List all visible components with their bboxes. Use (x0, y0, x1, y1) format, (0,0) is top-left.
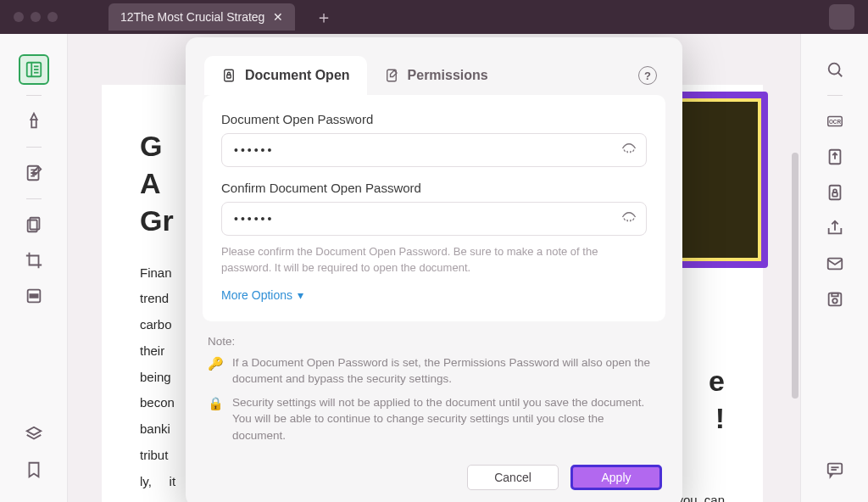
svg-rect-11 (225, 70, 234, 81)
protect-button[interactable] (820, 177, 850, 208)
svg-text:OCR: OCR (828, 119, 841, 125)
vertical-scrollbar[interactable] (792, 153, 798, 399)
window-traffic-lights (14, 12, 58, 22)
svg-rect-9 (30, 294, 37, 298)
convert-icon (826, 148, 844, 166)
notes-title: Note: (208, 335, 660, 348)
crop-icon (25, 251, 43, 270)
svg-rect-12 (227, 75, 231, 78)
window-titlebar: 12The Most Crucial Strateg ✕ ＋ (0, 0, 868, 34)
tab-document-open[interactable]: Document Open (204, 56, 367, 95)
document-tab[interactable]: 12The Most Crucial Strateg ✕ (108, 3, 295, 31)
more-options-label: More Options (221, 288, 292, 302)
email-button[interactable] (820, 248, 850, 279)
confirm-password-label: Confirm Document Open Password (221, 181, 647, 195)
lock-icon: 🔒 (208, 394, 224, 444)
separator (827, 95, 843, 96)
search-button[interactable] (820, 54, 850, 85)
lock-doc-icon (221, 68, 236, 83)
svg-rect-24 (832, 293, 837, 297)
pages-icon (25, 215, 43, 234)
notes-section: Note: 🔑 If a Document Open Password is s… (198, 321, 670, 444)
svg-rect-25 (827, 464, 842, 474)
traffic-minimize[interactable] (31, 12, 41, 22)
profile-avatar[interactable] (829, 4, 854, 30)
right-toolbar: OCR (800, 34, 868, 502)
pages-tool[interactable] (19, 209, 49, 240)
toggle-visibility-icon[interactable] (621, 209, 637, 228)
more-options-toggle[interactable]: More Options ▾ (221, 288, 303, 302)
chevron-down-icon: ▾ (298, 288, 303, 302)
ocr-button[interactable]: OCR (820, 106, 850, 137)
bookmark-icon (25, 460, 43, 479)
traffic-zoom[interactable] (47, 12, 58, 22)
toggle-visibility-icon[interactable] (621, 141, 637, 159)
thumbnails-panel-button[interactable] (19, 54, 49, 85)
redact-tool[interactable] (19, 281, 49, 311)
share-icon (826, 219, 844, 237)
annotate-tool[interactable] (19, 158, 49, 188)
comment-icon (826, 460, 844, 479)
separator (26, 198, 42, 199)
left-toolbar (0, 34, 68, 502)
note-icon (25, 164, 43, 182)
svg-point-14 (828, 64, 839, 75)
tab-permissions[interactable]: Permissions (367, 56, 505, 95)
note-2-text: Security settings will not be applied to… (232, 394, 660, 444)
svg-point-23 (832, 298, 837, 304)
key-icon: 🔑 (208, 354, 224, 388)
security-dialog: Document Open Permissions ? Document Ope… (186, 37, 682, 502)
note-1-text: If a Document Open Password is set, the … (232, 354, 660, 388)
confirm-hint: Please confirm the Document Open Passwor… (221, 244, 647, 276)
panel-icon (25, 60, 43, 79)
svg-rect-20 (832, 192, 837, 197)
redact-icon (25, 287, 43, 305)
password-panel: Document Open Password Confirm Document … (203, 95, 665, 321)
svg-line-15 (837, 73, 842, 77)
save-icon (826, 290, 844, 309)
bookmark-button[interactable] (19, 455, 49, 485)
search-icon (826, 60, 844, 79)
ocr-icon: OCR (826, 112, 844, 131)
highlighter-icon (25, 112, 43, 131)
confirm-password-input[interactable] (221, 202, 647, 236)
help-button[interactable]: ? (638, 66, 657, 85)
share-button[interactable] (820, 213, 850, 243)
document-viewport[interactable]: G A Gr Finan trend carbo their being bec… (68, 34, 800, 502)
mail-icon (826, 254, 844, 273)
open-password-input[interactable] (221, 133, 647, 167)
app-body: G A Gr Finan trend carbo their being bec… (0, 34, 868, 502)
permissions-icon (384, 68, 399, 83)
apply-button[interactable]: Apply (570, 465, 662, 490)
layers-icon (25, 425, 43, 443)
new-tab-button[interactable]: ＋ (315, 6, 332, 29)
cancel-button[interactable]: Cancel (467, 465, 559, 490)
open-password-label: Document Open Password (221, 112, 647, 126)
svg-marker-10 (26, 427, 41, 435)
crop-tool[interactable] (19, 245, 49, 276)
tab-permissions-label: Permissions (408, 68, 488, 83)
convert-button[interactable] (820, 142, 850, 172)
traffic-close[interactable] (14, 12, 24, 22)
tab-document-open-label: Document Open (245, 68, 350, 83)
save-button[interactable] (820, 284, 850, 315)
separator (26, 95, 42, 96)
highlighter-tool[interactable] (19, 106, 49, 137)
comment-button[interactable] (820, 455, 850, 485)
lock-file-icon (826, 183, 844, 202)
close-icon[interactable]: ✕ (273, 10, 283, 24)
document-tab-title: 12The Most Crucial Strateg (120, 10, 264, 24)
separator (26, 147, 42, 148)
layers-button[interactable] (19, 419, 49, 449)
